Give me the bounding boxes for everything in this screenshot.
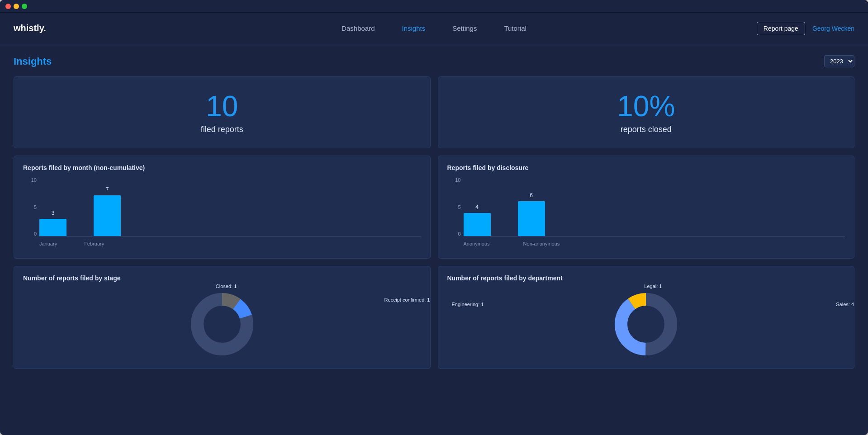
stage-chart-title: Number of reports filed by stage bbox=[23, 274, 421, 282]
bar-anon-rect bbox=[464, 213, 491, 236]
disclosure-chart-title: Reports filed by disclosure bbox=[447, 164, 845, 171]
page-title: Insights bbox=[14, 56, 52, 67]
bar-nonanon-rect bbox=[518, 201, 545, 236]
monthly-bar-chart: 10 5 0 3 7 bbox=[23, 178, 421, 250]
department-donut-svg bbox=[610, 288, 682, 360]
stage-donut-svg bbox=[186, 288, 258, 360]
monthly-chart-card: Reports filed by month (non-cumulative) … bbox=[14, 156, 431, 259]
stat-cards: 10 filed reports 10% reports closed bbox=[14, 76, 854, 148]
app-window: whistly. Dashboard Insights Settings Tut… bbox=[0, 0, 868, 435]
bar-jan-rect bbox=[39, 219, 66, 236]
stage-legend-closed: Closed: 1 bbox=[216, 284, 237, 289]
dept-legend-engineering: Engineering: 1 bbox=[452, 302, 484, 307]
donut-charts: Number of reports filed by stage bbox=[14, 266, 854, 369]
dept-legend-legal: Legal: 1 bbox=[644, 284, 662, 289]
monthly-chart-title: Reports filed by month (non-cumulative) bbox=[23, 164, 421, 171]
department-donut-container: Legal: 1 Engineering: 1 Sales: 4 bbox=[447, 288, 845, 360]
report-page-button[interactable]: Report page bbox=[757, 22, 805, 35]
nav-links: Dashboard Insights Settings Tutorial bbox=[342, 24, 526, 32]
user-name[interactable]: Georg Wecken bbox=[812, 25, 854, 32]
close-btn[interactable] bbox=[5, 4, 11, 9]
bar-anonymous: 4 bbox=[464, 204, 491, 236]
nav-right: Report page Georg Wecken bbox=[757, 22, 854, 35]
titlebar bbox=[0, 0, 868, 13]
reports-closed-card: 10% reports closed bbox=[438, 76, 855, 148]
stage-chart-card: Number of reports filed by stage bbox=[14, 266, 431, 369]
reports-closed-label: reports closed bbox=[452, 125, 841, 134]
bar-february: 7 bbox=[94, 186, 121, 236]
stage-legend-receipt: Receipt confirmed: 1 bbox=[384, 297, 430, 303]
y-axis-disclosure: 10 5 0 bbox=[447, 178, 461, 236]
filed-reports-number: 10 bbox=[28, 90, 417, 122]
logo: whistly. bbox=[14, 23, 46, 33]
bar-feb-rect bbox=[94, 195, 121, 236]
bar-charts: Reports filed by month (non-cumulative) … bbox=[14, 156, 854, 259]
navbar: whistly. Dashboard Insights Settings Tut… bbox=[0, 13, 868, 44]
year-selector[interactable]: 2023 2022 2021 bbox=[824, 55, 854, 67]
main-content: Insights 2023 2022 2021 10 filed reports… bbox=[0, 44, 868, 380]
dept-legend-sales: Sales: 4 bbox=[836, 302, 854, 307]
reports-closed-number: 10% bbox=[452, 90, 841, 122]
x-axis-disclosure: Anonymous Non-anonymous bbox=[447, 238, 845, 246]
nav-insights[interactable]: Insights bbox=[402, 24, 426, 32]
nav-settings[interactable]: Settings bbox=[452, 24, 477, 32]
page-header: Insights 2023 2022 2021 bbox=[14, 55, 854, 67]
disclosure-bar-chart: 10 5 0 4 6 bbox=[447, 178, 845, 250]
maximize-btn[interactable] bbox=[22, 4, 27, 9]
x-axis-monthly: January February bbox=[23, 238, 421, 246]
stage-donut-container: Closed: 1 Receipt confirmed: 1 bbox=[23, 288, 421, 360]
bar-january: 3 bbox=[39, 210, 66, 236]
filed-reports-card: 10 filed reports bbox=[14, 76, 431, 148]
department-chart-title: Number of reports filed by department bbox=[447, 274, 845, 282]
bar-non-anonymous: 6 bbox=[518, 192, 545, 236]
disclosure-chart-card: Reports filed by disclosure 10 5 0 4 bbox=[438, 156, 855, 259]
filed-reports-label: filed reports bbox=[28, 125, 417, 134]
minimize-btn[interactable] bbox=[14, 4, 19, 9]
department-chart-card: Number of reports filed by department bbox=[438, 266, 855, 369]
y-axis-monthly: 10 5 0 bbox=[23, 178, 37, 236]
nav-tutorial[interactable]: Tutorial bbox=[504, 24, 526, 32]
nav-dashboard[interactable]: Dashboard bbox=[342, 24, 375, 32]
